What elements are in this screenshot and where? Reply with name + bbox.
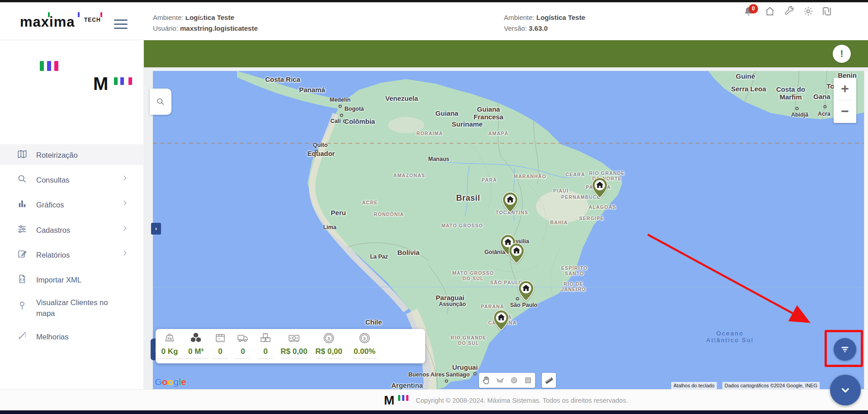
map-attribution: Dados cartográficos ©2024 Google, INEG bbox=[722, 382, 820, 389]
sidebar-item-importar-xml[interactable]: Importar XML bbox=[0, 269, 144, 290]
search-icon bbox=[17, 174, 28, 185]
version-value: 3.63.0 bbox=[529, 24, 548, 32]
city-dot bbox=[339, 105, 342, 108]
keyboard-shortcuts-link[interactable]: Atalhos do teclado bbox=[671, 382, 717, 389]
footer-logo-bars bbox=[398, 395, 408, 401]
rectangle-tool[interactable] bbox=[521, 373, 535, 388]
sidebar-item-label: Visualizar Clientes no mapa bbox=[36, 297, 127, 319]
sidebar: M RoteirizaçãoConsultasGráficosCadastros… bbox=[0, 40, 144, 414]
coin-icon: $ bbox=[347, 332, 382, 346]
pin-icon bbox=[17, 301, 28, 311]
google-logo[interactable]: Google bbox=[155, 376, 186, 387]
username-value: maxstring.logisticateste bbox=[180, 24, 258, 32]
banknote-icon bbox=[277, 332, 311, 346]
maxima-tech-logo[interactable]: maxima TECH bbox=[20, 14, 106, 32]
logo-tech-text: TECH bbox=[84, 17, 101, 23]
footer-logo-letter: M bbox=[384, 394, 394, 407]
sidebar-item-consultas[interactable]: Consultas bbox=[0, 169, 144, 190]
svg-text:$: $ bbox=[327, 336, 330, 341]
client-map-marker[interactable] bbox=[518, 280, 534, 302]
chevron-down-icon bbox=[839, 383, 852, 397]
city-dot bbox=[796, 107, 799, 110]
sidebar-logo: M bbox=[0, 54, 144, 104]
shekel-icon[interactable] bbox=[821, 6, 834, 19]
environment-version-info: Ambiente: Logística Teste Versão: 3.63.0 bbox=[504, 12, 585, 34]
client-map-marker[interactable] bbox=[493, 310, 509, 331]
stat-value: R$ 0,00 bbox=[312, 347, 346, 356]
sidebar-item-label: Consultas bbox=[36, 174, 127, 185]
percent-stat: $0.00% bbox=[347, 332, 382, 359]
alert-button[interactable]: ! bbox=[833, 45, 851, 63]
breadcrumb-home-icon[interactable] bbox=[250, 8, 261, 19]
chart-icon bbox=[17, 199, 28, 210]
sidebar-item-label: Melhorias bbox=[36, 331, 127, 342]
city-dot bbox=[340, 114, 343, 117]
sidebar-item-cadastros[interactable]: Cadastros bbox=[0, 219, 144, 240]
city-dot bbox=[315, 150, 318, 153]
sidebar-item-label: Roteirização bbox=[36, 150, 127, 160]
polygon-tool[interactable] bbox=[493, 373, 507, 388]
xml-icon bbox=[17, 274, 28, 285]
map-search-button[interactable] bbox=[150, 89, 171, 115]
measure-tool[interactable] bbox=[542, 373, 556, 388]
chevron-right-icon bbox=[121, 225, 130, 234]
logo-accent-pink bbox=[100, 12, 102, 17]
gear-icon[interactable] bbox=[803, 6, 816, 19]
copyright-text: Copyright © 2008-2024. Máxima Sistemas. … bbox=[416, 397, 628, 404]
scrollbar[interactable] bbox=[864, 71, 868, 389]
logo-accent-green bbox=[48, 12, 50, 17]
svg-text:Kg: Kg bbox=[168, 337, 172, 340]
pan-hand-tool[interactable] bbox=[479, 373, 493, 388]
cost-stat: $R$ 0,00 bbox=[312, 332, 346, 359]
breadcrumb-bar bbox=[144, 40, 868, 67]
filter-icon bbox=[839, 343, 851, 355]
breadcrumb-current-page: - Mapa de Roteirização bbox=[270, 9, 346, 17]
hand-icon bbox=[481, 376, 491, 385]
zoom-in-button[interactable]: + bbox=[834, 78, 856, 100]
stat-underline bbox=[352, 358, 377, 359]
sidebar-item-visualizar-clientes[interactable]: Visualizar Clientes no mapa bbox=[0, 292, 144, 320]
expand-panel-button[interactable]: › bbox=[151, 223, 161, 235]
map-draw-toolbar bbox=[479, 373, 535, 388]
client-map-marker[interactable] bbox=[502, 192, 518, 213]
page-footer: M Copyright © 2008-2024. Máxima Sistemas… bbox=[0, 389, 868, 410]
stat-underline bbox=[258, 358, 273, 359]
sidebar-item-label: Cadastros bbox=[36, 225, 127, 235]
stat-underline bbox=[316, 358, 342, 359]
zoom-out-button[interactable]: − bbox=[834, 100, 856, 122]
bell-icon[interactable]: 0 bbox=[743, 6, 756, 19]
value-stat: R$ 0,00 bbox=[277, 332, 311, 359]
menu-hamburger-icon[interactable] bbox=[114, 19, 128, 30]
circle-tool[interactable] bbox=[507, 373, 521, 388]
polygon-icon bbox=[495, 376, 505, 385]
city-dot bbox=[343, 120, 346, 123]
stat-value: R$ 0,00 bbox=[277, 347, 311, 356]
city-dot bbox=[824, 105, 827, 108]
sidebar-item-roteirizacao[interactable]: Roteirização bbox=[0, 144, 144, 165]
edit-icon bbox=[17, 249, 28, 260]
notification-badge: 0 bbox=[749, 4, 758, 14]
scroll-down-fab-button[interactable] bbox=[830, 375, 861, 405]
sidebar-logo-letter: M bbox=[93, 75, 108, 92]
city-dot bbox=[474, 372, 477, 376]
sidebar-item-graficos[interactable]: Gráficos bbox=[0, 194, 144, 215]
ruler-icon bbox=[544, 376, 554, 386]
sidebar-item-relatorios[interactable]: Relatórios bbox=[0, 244, 144, 265]
map-icon bbox=[17, 149, 28, 160]
client-map-marker[interactable] bbox=[592, 177, 608, 199]
environment-value-2: Logística Teste bbox=[536, 14, 585, 21]
app-window: maxima TECH Ambiente: Logística Teste Us… bbox=[0, 0, 868, 414]
breadcrumb-divider bbox=[240, 4, 241, 24]
map-zoom-control: + − bbox=[834, 78, 856, 123]
sliders-icon bbox=[17, 224, 28, 235]
sidebar-item-label: Gráficos bbox=[36, 199, 127, 210]
coin-icon: $ bbox=[312, 332, 346, 346]
sidebar-item-melhorias[interactable]: Melhorias bbox=[0, 326, 144, 347]
client-map-marker[interactable] bbox=[508, 243, 525, 264]
load-summary-card: Kg0 Kg0 M³000R$ 0,00$R$ 0,00$0.00% bbox=[156, 329, 425, 363]
filter-fab-button[interactable] bbox=[834, 338, 856, 361]
wrench-icon[interactable] bbox=[784, 6, 797, 19]
app-header: maxima TECH Ambiente: Logística Teste Us… bbox=[0, 2, 868, 40]
stat-value: 0.00% bbox=[347, 347, 382, 356]
home-icon[interactable] bbox=[764, 6, 777, 19]
